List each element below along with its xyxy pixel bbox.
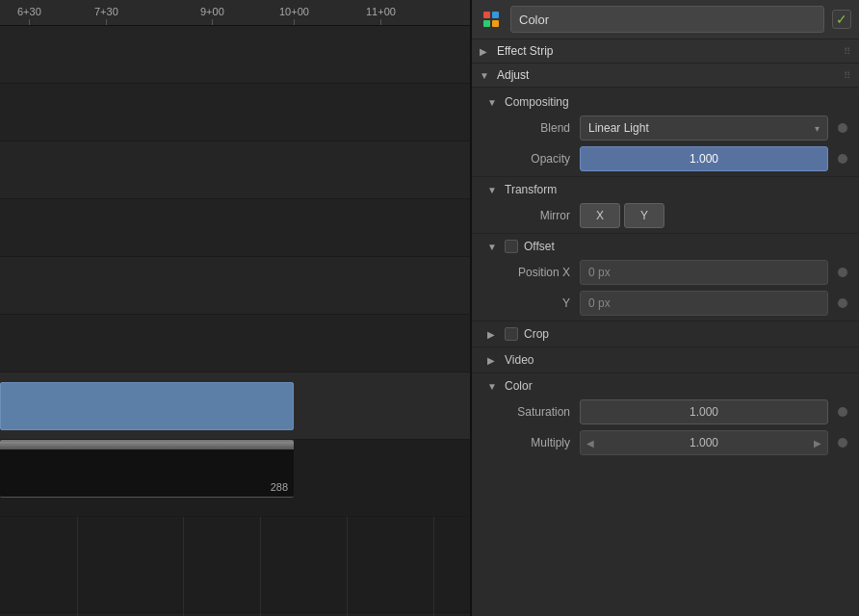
position-x-dot[interactable] (838, 268, 847, 277)
color-sub-title: Color (505, 379, 533, 393)
blend-keyframe-dot[interactable] (838, 123, 847, 133)
timeline-ruler: 6+30 7+30 9+00 10+00 11+00 (0, 0, 470, 26)
crop-title: Crop (524, 327, 549, 341)
adjust-arrow: ▼ (480, 70, 491, 81)
ruler-mark-5: 11+00 (366, 6, 396, 25)
multiply-value: 1.000 (600, 436, 808, 449)
blend-label: Blend (483, 121, 580, 135)
position-y-dot[interactable] (838, 298, 847, 308)
adjust-body: ▼ Compositing Blend Linear Light ▾ Opaci… (472, 88, 859, 462)
crop-header[interactable]: ▶ Crop (472, 323, 859, 345)
opacity-label: Opacity (483, 152, 580, 166)
compositing-arrow: ▼ (487, 97, 499, 108)
offset-checkbox[interactable] (505, 240, 518, 253)
effect-strip-title: Effect Strip (497, 44, 553, 58)
opacity-field[interactable]: 1.000 (580, 146, 828, 171)
panel-check[interactable]: ✓ (832, 10, 851, 29)
adjust-header[interactable]: ▼ Adjust ⠿ (472, 64, 859, 88)
position-x-row: Position X 0 px (472, 257, 859, 288)
position-y-label: Y (483, 296, 580, 310)
track-row-1 (0, 26, 470, 84)
crop-arrow: ▶ (487, 329, 499, 340)
saturation-label: Saturation (483, 405, 580, 419)
svg-rect-1 (492, 12, 499, 18)
dark-clip[interactable]: 288 (0, 440, 294, 498)
video-header[interactable]: ▶ Video (472, 349, 859, 371)
clip-number: 288 (271, 481, 288, 493)
blue-clip[interactable] (0, 382, 294, 430)
multiply-control: ◀ 1.000 ▶ (580, 430, 847, 455)
properties-panel: ✓ ▶ Effect Strip ⠿ ▼ Adjust ⠿ ▼ Composit… (472, 0, 859, 616)
svg-rect-0 (483, 12, 490, 18)
offset-header[interactable]: ▼ Offset (472, 236, 859, 257)
divider-4 (472, 346, 859, 347)
divider-2 (472, 233, 859, 234)
empty-track-bottom (0, 517, 470, 613)
divider-1 (472, 176, 859, 177)
ruler-mark-2: 7+30 (94, 6, 118, 25)
transform-arrow: ▼ (487, 185, 499, 195)
track-row-2 (0, 84, 470, 141)
opacity-control: 1.000 (580, 146, 847, 171)
divider-3 (472, 321, 859, 321)
color-icon (482, 10, 501, 29)
svg-rect-2 (483, 20, 490, 27)
track-row-4 (0, 199, 470, 257)
multiply-left-arrow-icon: ◀ (581, 438, 600, 449)
video-arrow: ▶ (487, 355, 499, 366)
panel-icon (480, 8, 503, 31)
track-row-6 (0, 315, 470, 372)
blue-track-row (0, 372, 470, 440)
mirror-label: Mirror (483, 209, 580, 222)
opacity-keyframe-dot[interactable] (838, 154, 847, 164)
multiply-row: Multiply ◀ 1.000 ▶ (472, 427, 859, 458)
multiply-field[interactable]: ◀ 1.000 ▶ (580, 430, 828, 455)
timeline: 6+30 7+30 9+00 10+00 11+00 (0, 0, 472, 616)
position-y-value: 0 px (588, 296, 611, 310)
saturation-row: Saturation 1.000 (472, 397, 859, 427)
saturation-value: 1.000 (690, 405, 718, 419)
saturation-control: 1.000 (580, 399, 847, 424)
opacity-row: Opacity 1.000 (472, 143, 859, 174)
multiply-label: Multiply (483, 436, 580, 449)
adjust-drag: ⠿ (844, 70, 851, 81)
offset-arrow: ▼ (487, 242, 499, 252)
effect-strip-header[interactable]: ▶ Effect Strip ⠿ (472, 39, 859, 64)
clip-bar (0, 442, 294, 449)
divider-5 (472, 372, 859, 373)
svg-rect-3 (492, 20, 499, 27)
position-y-control: 0 px (580, 291, 847, 316)
color-sub-header[interactable]: ▼ Color (472, 375, 859, 397)
color-sub-arrow: ▼ (487, 381, 499, 392)
mirror-x-button[interactable]: X (580, 203, 620, 228)
dark-track-row: 288 (0, 440, 470, 517)
position-x-label: Position X (483, 266, 580, 279)
effect-strip-drag: ⠿ (844, 46, 851, 57)
effect-strip-arrow: ▶ (480, 46, 491, 57)
crop-checkbox[interactable] (505, 327, 518, 341)
ruler-mark-1: 6+30 (17, 6, 41, 25)
mirror-buttons: X Y (580, 203, 847, 228)
mirror-y-button[interactable]: Y (624, 203, 664, 228)
saturation-dot[interactable] (838, 407, 847, 417)
multiply-dot[interactable] (838, 438, 847, 448)
transform-header[interactable]: ▼ Transform (472, 179, 859, 200)
multiply-right-arrow-icon: ▶ (808, 438, 827, 449)
saturation-field[interactable]: 1.000 (580, 399, 828, 424)
video-title: Video (505, 353, 534, 367)
adjust-title: Adjust (497, 68, 529, 82)
compositing-header[interactable]: ▼ Compositing (472, 91, 859, 113)
mirror-row: Mirror X Y (472, 200, 859, 231)
position-y-row: Y 0 px (472, 288, 859, 319)
blend-row: Blend Linear Light ▾ (472, 113, 859, 143)
position-x-field[interactable]: 0 px (580, 260, 828, 285)
track-area: 288 (0, 26, 470, 616)
blend-dropdown[interactable]: Linear Light ▾ (580, 116, 828, 141)
ruler-mark-3: 9+00 (200, 6, 224, 25)
opacity-value: 1.000 (690, 152, 718, 166)
mirror-control: X Y (580, 203, 847, 228)
panel-title-input[interactable] (510, 6, 824, 33)
ruler-mark-4: 10+00 (279, 6, 309, 25)
transform-title: Transform (505, 183, 557, 196)
position-y-field[interactable]: 0 px (580, 291, 828, 316)
